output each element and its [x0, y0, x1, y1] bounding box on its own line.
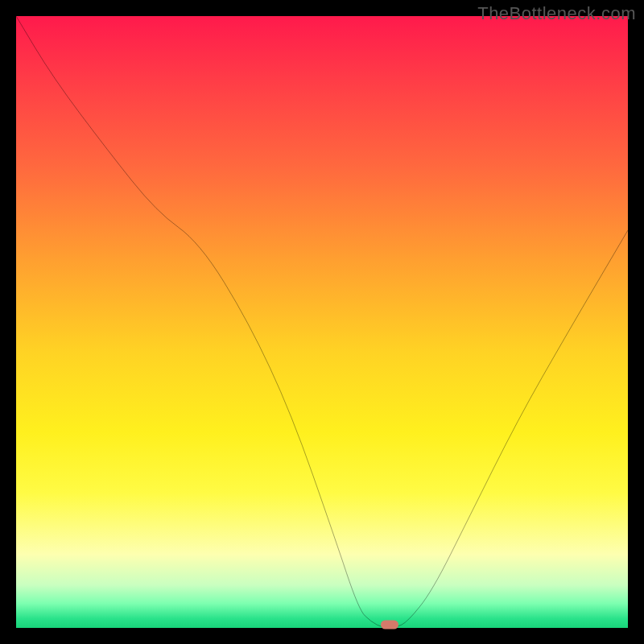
chart-frame: TheBottleneck.com — [0, 0, 644, 644]
optimal-point-marker — [381, 621, 398, 630]
watermark-text: TheBottleneck.com — [477, 3, 636, 24]
bottleneck-curve — [16, 16, 628, 628]
plot-area — [16, 16, 628, 628]
